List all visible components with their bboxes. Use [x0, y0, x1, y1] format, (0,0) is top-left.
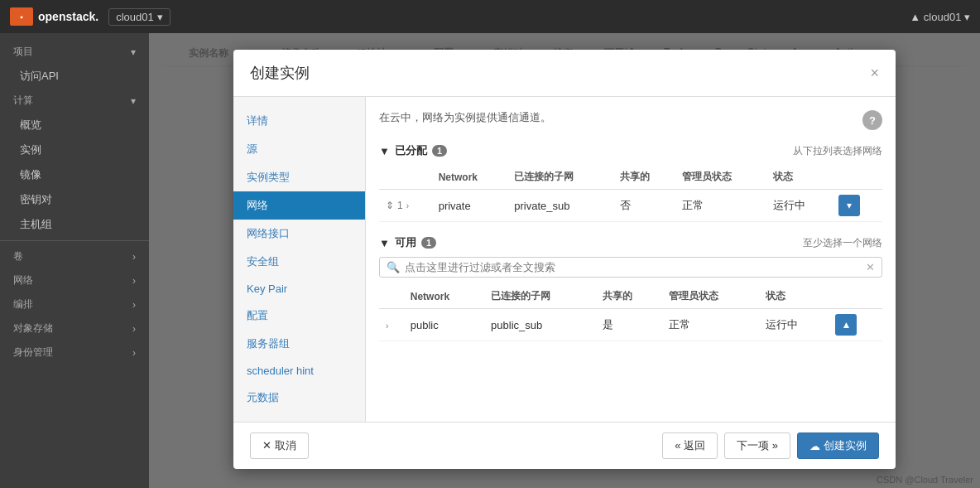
sidebar-compute-chevron-icon: ▾ [131, 95, 136, 107]
modal-nav-config-label: 配置 [247, 309, 268, 321]
cancel-button[interactable]: ✕ 取消 [250, 432, 309, 459]
modal-nav-scheduler-hint[interactable]: scheduler hint [233, 358, 365, 384]
sidebar-item-project[interactable]: 项目 ▾ [0, 40, 149, 64]
back-button[interactable]: « 返回 [662, 432, 718, 459]
allocated-row-network: private [432, 190, 508, 222]
next-button[interactable]: 下一项 » [724, 432, 790, 459]
modal-sidebar: 详情 源 实例类型 网络 网络接口 [233, 97, 366, 422]
sidebar-item-overview[interactable]: 概览 [0, 113, 149, 138]
sidebar-object-storage-label: 对象存储 [13, 321, 53, 336]
sidebar-item-images[interactable]: 镜像 [0, 162, 149, 187]
create-instance-button[interactable]: ☁ 创建实例 [797, 432, 879, 459]
sidebar-keypairs-label: 密钥对 [20, 193, 52, 205]
modal-nav-source-label: 源 [247, 143, 257, 155]
modal-header: 创建实例 × [233, 50, 896, 97]
modal-nav-metadata[interactable]: 元数据 [233, 384, 365, 412]
sidebar-orchestration-chevron-icon: › [132, 299, 136, 311]
sidebar-item-object-storage[interactable]: 对象存储 › [0, 316, 149, 341]
sidebar-item-network[interactable]: 网络 › [0, 268, 149, 292]
openstack-logo: ▪ openstack. [10, 7, 98, 26]
allocated-col-subnet: 已连接的子网 [507, 165, 612, 190]
available-row-add-button[interactable]: ▲ [835, 314, 857, 336]
available-row-admin-state: 正常 [662, 309, 759, 341]
sidebar-section-project: 项目 ▾ 访问API 计算 ▾ 概览 实例 镜像 密钥对 主 [0, 33, 149, 371]
help-icon[interactable]: ? [862, 110, 882, 130]
modal-nav-network[interactable]: 网络 [233, 191, 365, 220]
modal-nav-server-groups-label: 服务器组 [247, 337, 290, 350]
allocated-row-subnet: private_sub [507, 190, 612, 222]
modal-nav-details[interactable]: 详情 [233, 107, 365, 135]
sidebar-item-compute[interactable]: 计算 ▾ [0, 89, 149, 113]
create-label: 创建实例 [824, 438, 867, 453]
search-box: 🔍 ✕ [379, 257, 882, 278]
cancel-label: ✕ 取消 [262, 438, 296, 453]
sidebar-item-hostgroups[interactable]: 主机组 [0, 212, 149, 237]
allocated-row-chevron-icon[interactable]: › [406, 201, 409, 210]
available-row-network: public [404, 309, 484, 341]
available-row-expand-icon[interactable]: › [386, 321, 388, 331]
search-clear-icon[interactable]: ✕ [866, 261, 875, 273]
modal-nav-keypair[interactable]: Key Pair [233, 276, 365, 302]
modal-title: 创建实例 [250, 63, 310, 83]
available-col-action [829, 284, 882, 309]
allocated-label: 已分配 [395, 143, 427, 158]
user-chevron-icon: ▾ [964, 11, 970, 23]
allocated-sort-icon: ⇕ [386, 200, 394, 211]
sidebar-item-identity[interactable]: 身份管理 › [0, 341, 149, 365]
allocated-hint: 从下拉列表选择网络 [793, 144, 882, 158]
modal-close-button[interactable]: × [870, 65, 879, 80]
modal-nav-network-interface[interactable]: 网络接口 [233, 220, 365, 248]
available-table: Network 已连接的子网 共享的 管理员状态 状态 [379, 284, 882, 341]
table-row: ⇕ 1 › private private_sub 否 正常 [379, 190, 882, 222]
modal-nav-security-groups[interactable]: 安全组 [233, 248, 365, 276]
logo-text: openstack. [38, 10, 98, 23]
available-col-admin-state: 管理员状态 [662, 284, 759, 309]
next-label: 下一项 » [737, 438, 778, 453]
modal-nav-source[interactable]: 源 [233, 135, 365, 163]
sidebar-item-instances[interactable]: 实例 [0, 138, 149, 162]
user-menu[interactable]: ▲ cloud01 ▾ [910, 11, 970, 23]
sidebar-project-label: 项目 [13, 45, 33, 59]
sidebar-item-orchestration[interactable]: 编排 › [0, 292, 149, 316]
footer-left: ✕ 取消 [250, 432, 309, 459]
modal-footer: ✕ 取消 « 返回 下一项 » ☁ 创建实例 [233, 422, 896, 469]
modal-nav-network-interface-label: 网络接口 [247, 227, 290, 239]
footer-right: « 返回 下一项 » ☁ 创建实例 [662, 432, 879, 459]
modal-body: 详情 源 实例类型 网络 网络接口 [233, 97, 896, 422]
cloud-chevron-icon: ▾ [157, 11, 163, 23]
table-row: › public public_sub 是 正常 运行中 ▲ [379, 309, 882, 341]
available-label: 可用 [395, 235, 416, 250]
topbar: ▪ openstack. cloud01 ▾ ▲ cloud01 ▾ [0, 0, 980, 33]
cloud-selector[interactable]: cloud01 ▾ [108, 8, 171, 26]
sidebar-item-volumes[interactable]: 卷 › [0, 244, 149, 268]
modal-nav-server-groups[interactable]: 服务器组 [233, 330, 365, 358]
available-row-status: 运行中 [759, 309, 829, 341]
available-badge: 1 [421, 237, 436, 249]
sidebar-volumes-label: 卷 [13, 249, 23, 263]
available-row-action: ▲ [829, 309, 882, 341]
sidebar-item-api-access[interactable]: 访问API [0, 64, 149, 89]
available-col-subnet: 已连接的子网 [484, 284, 596, 309]
search-input[interactable] [405, 261, 861, 273]
allocated-title: ▼ 已分配 1 [379, 143, 447, 158]
modal-nav-metadata-label: 元数据 [247, 391, 279, 403]
allocated-row-num-val: 1 [397, 200, 403, 211]
topbar-left: ▪ openstack. cloud01 ▾ [10, 7, 171, 26]
watermark: CSDN @Cloud Traveler [877, 475, 973, 485]
modal-description: 在云中，网络为实例提供通信通道。 [379, 110, 551, 125]
modal-main-content: 在云中，网络为实例提供通信通道。 ? ▼ 已分配 1 从下拉列表选择网络 [366, 97, 896, 422]
modal-nav-security-groups-label: 安全组 [247, 255, 279, 268]
user-icon: ▲ [910, 11, 923, 23]
sidebar-overview-label: 概览 [20, 118, 41, 131]
allocated-row-remove-button[interactable]: ▾ [838, 195, 860, 216]
modal-nav-config[interactable]: 配置 [233, 302, 365, 330]
modal-nav-flavor[interactable]: 实例类型 [233, 163, 365, 191]
sidebar-object-storage-chevron-icon: › [132, 323, 136, 335]
sidebar-compute-label: 计算 [13, 94, 33, 108]
available-row-chevron: › [379, 309, 404, 341]
sidebar-identity-chevron-icon: › [132, 347, 136, 359]
main-layout: 项目 ▾ 访问API 计算 ▾ 概览 实例 镜像 密钥对 主 [0, 33, 980, 488]
allocated-col-admin-state: 管理员状态 [675, 165, 766, 190]
modal-nav-details-label: 详情 [247, 114, 268, 127]
sidebar-item-keypairs[interactable]: 密钥对 [0, 187, 149, 212]
